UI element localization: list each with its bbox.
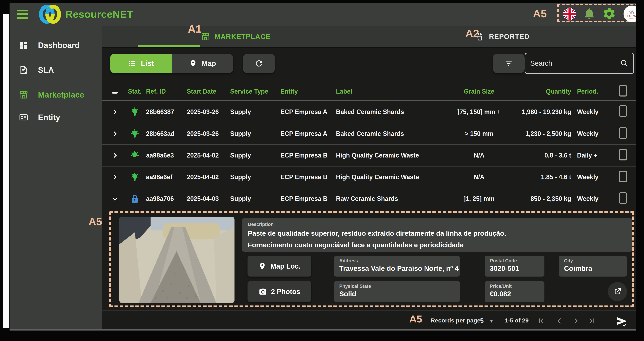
language-flag-icon[interactable] [563,7,576,21]
annotation-a5-panel-label: A5 [88,216,102,227]
cell-period: Daily + [577,152,614,159]
status-lock-icon [124,194,146,204]
cell-label: Raw Ceramic Shards [336,195,450,202]
cell-grain-size: ]1, 25] mm [450,195,508,202]
send-button[interactable] [616,315,628,328]
previous-page-button[interactable] [555,317,564,325]
scan-edge-strip [3,14,9,328]
list-icon [128,59,136,68]
hamburger-menu-icon[interactable] [17,10,28,19]
expand-row-button[interactable] [106,130,124,138]
cell-period: Weekly [577,130,614,137]
refresh-button[interactable] [243,54,275,73]
row-checkbox[interactable] [614,105,632,118]
refresh-icon [254,59,264,68]
expand-row-button[interactable] [106,152,124,159]
last-page-button[interactable] [587,317,596,325]
table-row[interactable]: aa98a6e3 2025-04-02 Supply ECP Empresa B… [102,144,636,166]
cell-entity: ECP Empresa B [280,173,336,181]
cell-label: Baked Ceramic Shards [336,130,450,137]
sidebar-item-entity[interactable]: Entity [10,109,102,126]
search-field[interactable] [525,53,634,74]
collapse-all-button[interactable] [106,88,124,95]
cell-entity: ECP Empresa A [280,108,336,116]
entity-card-icon [19,113,28,122]
status-bulb-icon [124,150,146,161]
cell-period: Weekly [577,108,614,116]
map-view-button[interactable]: Map [172,54,233,73]
cell-ref-id: 28b66387 [146,108,187,116]
camera-icon [258,288,267,296]
cell-entity: ECP Empresa A [280,130,336,137]
cell-ref-id: aa98a706 [146,195,187,202]
cell-service-type: Supply [230,130,280,137]
sidebar-item-sla[interactable]: SLA [10,61,102,79]
table-row-expanded[interactable]: aa98a706 2025-04-03 Supply ECP Empresa B… [102,188,636,209]
cell-ref-id: 28b663ad [146,130,187,137]
app-window: ResourceNET A5 [10,3,636,331]
row-checkbox[interactable] [614,149,632,162]
cell-service-type: Supply [230,108,280,116]
app-title: ResourceNET [66,8,133,20]
records-per-page-value[interactable]: 5 [480,317,484,324]
tab-marketplace[interactable]: MARKETPLACE [102,26,369,47]
notifications-bell-icon[interactable] [583,7,596,20]
top-bar: ResourceNET A5 [10,3,636,26]
open-listing-button[interactable] [608,282,627,301]
cell-grain-size: > 150 mm [450,130,508,137]
sidebar-item-dashboard[interactable]: Dashboard [10,36,102,54]
marketplace-tab-icon [201,32,210,41]
select-all-checkbox[interactable] [614,85,632,98]
listing-photo[interactable] [119,217,234,303]
cell-entity: ECP Empresa B [280,152,336,159]
filter-button[interactable] [492,54,525,73]
settings-gear-icon[interactable] [602,7,616,20]
row-checkbox[interactable] [614,171,632,184]
cell-ref-id: aa98a6ef [146,173,187,181]
cell-service-type: Supply [230,195,280,202]
physical-state-field: Physical State Solid [334,281,460,302]
table-row[interactable]: 28b66387 2025-03-26 Supply ECP Empresa A… [102,101,636,123]
status-bulb-icon [124,107,146,117]
row-checkbox[interactable] [614,127,632,140]
marketplace-storefront-icon [19,90,28,100]
expand-row-button[interactable] [106,108,124,116]
avatar-brand-text: FLORAN [626,14,636,18]
list-view-button[interactable]: List [110,54,172,73]
cell-grain-size: N/A [450,173,508,181]
next-page-button[interactable] [572,317,580,325]
photos-button[interactable]: 2 Photos [248,281,311,302]
cell-quantity: 1,980 - 19,230 kg [508,108,577,116]
dashboard-icon [19,40,28,50]
description-field: Description Paste de qualidade superior,… [242,218,632,252]
search-input[interactable] [530,59,620,67]
sidebar-item-marketplace[interactable]: Marketplace [10,86,102,103]
main-content: MARKETPLACE REPORTED [102,26,636,331]
records-per-page-caret-icon[interactable]: ▾ [490,318,493,324]
cell-period: Weekly [577,195,614,202]
collapse-row-button[interactable] [106,195,124,203]
status-bulb-icon [124,129,146,139]
description-line1: Paste de qualidade superior, resíduo ext… [248,229,626,238]
cell-grain-size: N/A [450,152,508,159]
cell-quantity: 850 - 2,350 kg [508,195,577,202]
cell-service-type: Supply [230,152,280,159]
map-location-button[interactable]: Map Loc. [248,256,311,277]
postal-code-field: Postal Code 3020-501 [484,256,544,277]
window-bottom-edge [10,329,636,331]
tab-reported[interactable]: REPORTED [369,26,636,47]
expand-row-button[interactable] [106,173,124,181]
status-bulb-icon [124,172,146,182]
table-row[interactable]: 28b663ad 2025-03-26 Supply ECP Empresa A… [102,123,636,144]
view-toggle: List Map [110,54,233,73]
table-row[interactable]: aa98a6ef 2025-04-02 Supply ECP Empresa B… [102,166,636,188]
cell-period: Weekly [577,173,614,181]
cell-entity: ECP Empresa B [280,195,336,202]
cell-grain-size: ]75, 150] mm + [450,108,508,116]
description-label: Description [248,222,626,227]
cell-quantity: 1,230 - 2,500 kg [508,130,577,137]
table-header: Stat. Ref. ID Start Date Service Type En… [102,83,636,101]
row-checkbox[interactable] [614,192,632,205]
cell-label: Baked Ceramic Shards [336,108,450,116]
first-page-button[interactable] [537,317,546,325]
